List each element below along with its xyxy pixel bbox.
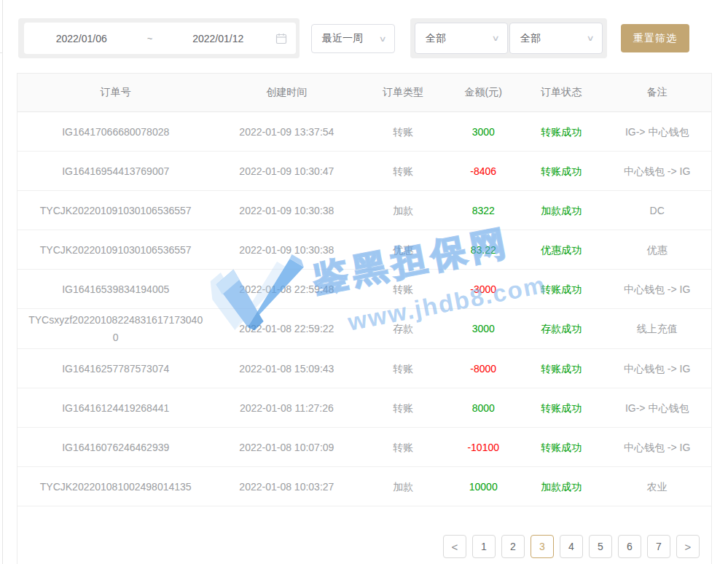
table-body: IG16417066680078028 2022-01-09 13:37:54 … xyxy=(17,112,711,506)
preset-select-value: 最近一周 xyxy=(322,32,363,45)
filter-bar: 2022/01/06 ~ 2022/01/12 最近一周 ∨ 全部 ∨ 全部 ∨… xyxy=(0,0,728,73)
cell-order-type: 加款 xyxy=(359,202,447,219)
cell-order-status: 优惠成功 xyxy=(520,241,603,259)
pagination-page-7[interactable]: 7 xyxy=(647,535,670,558)
cell-created-time: 2022-01-08 22:59:22 xyxy=(214,320,359,337)
chevron-down-icon: ∨ xyxy=(378,34,386,44)
cell-order-type: 转账 xyxy=(359,123,447,141)
chevron-down-icon: ∨ xyxy=(491,34,499,43)
pagination-page-6[interactable]: 6 xyxy=(618,535,641,558)
cell-order-no: TYCJK202201091030106536557 xyxy=(17,241,214,259)
cell-order-status: 转账成功 xyxy=(520,281,603,298)
orders-table-card: 订单号 创建时间 订单类型 金额(元) 订单状态 备注 IG1641706668… xyxy=(17,73,712,564)
date-end-input[interactable]: 2022/01/12 xyxy=(161,33,276,44)
cell-order-type: 优惠 xyxy=(359,241,447,259)
pagination-page-1[interactable]: 1 xyxy=(472,535,496,558)
cell-created-time: 2022-01-09 13:37:54 xyxy=(214,123,359,141)
pagination-prev-button[interactable]: < xyxy=(443,535,466,558)
cell-order-no: IG16417066680078028 xyxy=(17,123,214,141)
cell-amount: -8406 xyxy=(447,162,520,180)
cell-order-type: 转账 xyxy=(359,162,447,180)
cell-order-type: 转账 xyxy=(359,439,447,456)
cell-created-time: 2022-01-09 10:30:38 xyxy=(214,241,359,259)
table-row: IG16416539834194005 2022-01-08 22:59:48 … xyxy=(17,270,711,309)
order-status-select[interactable]: 全部 ∨ xyxy=(509,23,603,54)
cell-amount: -8000 xyxy=(447,360,520,377)
date-range-picker[interactable]: 2022/01/06 ~ 2022/01/12 xyxy=(24,23,296,54)
cell-order-status: 转账成功 xyxy=(520,360,603,377)
cell-remark: 中心钱包 -> IG xyxy=(603,281,711,298)
cell-order-no: TYCsxyzf202201082248316171730400 xyxy=(17,311,214,346)
cell-order-status: 转账成功 xyxy=(520,399,603,417)
header-created-time: 创建时间 xyxy=(214,86,359,99)
header-order-type: 订单类型 xyxy=(359,86,447,99)
date-start-input[interactable]: 2022/01/06 xyxy=(24,33,139,44)
order-type-select[interactable]: 全部 ∨ xyxy=(415,23,508,54)
cell-created-time: 2022-01-08 10:07:09 xyxy=(214,439,359,456)
cell-remark: IG-> 中心钱包 xyxy=(603,399,711,417)
cell-order-status: 转账成功 xyxy=(520,439,603,456)
cell-order-status: 存款成功 xyxy=(520,320,603,337)
order-type-select-value: 全部 xyxy=(426,32,446,45)
table-row: TYCJK202201091030106536557 2022-01-09 10… xyxy=(17,230,711,270)
pagination-page-2[interactable]: 2 xyxy=(501,535,525,558)
pagination-page-3[interactable]: 3 xyxy=(531,535,554,558)
cell-order-no: IG16416124419268441 xyxy=(17,399,214,417)
cell-order-no: IG16416539834194005 xyxy=(17,281,214,298)
cell-remark: DC xyxy=(603,202,711,219)
cell-remark: 优惠 xyxy=(603,241,711,259)
cell-order-type: 转账 xyxy=(359,399,447,417)
cell-order-status: 转账成功 xyxy=(520,162,603,180)
table-row: TYCJK202201081002498014135 2022-01-08 10… xyxy=(17,467,711,506)
table-row: TYCJK202201091030106536557 2022-01-09 10… xyxy=(17,191,711,230)
table-row: IG16416257787573074 2022-01-08 15:09:43 … xyxy=(17,349,711,388)
cell-order-no: TYCJK202201091030106536557 xyxy=(17,202,214,219)
date-range-group: 2022/01/06 ~ 2022/01/12 xyxy=(18,18,300,58)
cell-created-time: 2022-01-09 10:30:38 xyxy=(214,202,359,219)
pagination-page-4[interactable]: 4 xyxy=(560,535,583,558)
cell-created-time: 2022-01-08 15:09:43 xyxy=(214,360,359,377)
date-range-preset-select[interactable]: 最近一周 ∨ xyxy=(311,24,395,53)
page-left-divider xyxy=(2,0,3,564)
cell-order-status: 加款成功 xyxy=(520,202,603,219)
cell-order-type: 加款 xyxy=(359,478,447,496)
cell-remark: 农业 xyxy=(603,478,711,496)
cell-amount: 3000 xyxy=(447,320,520,337)
cell-order-type: 转账 xyxy=(359,281,447,298)
chevron-down-icon: ∨ xyxy=(586,34,594,43)
cell-created-time: 2022-01-08 11:27:26 xyxy=(214,399,359,417)
cell-order-no: TYCJK202201081002498014135 xyxy=(17,478,214,496)
cell-order-no: IG16416257787573074 xyxy=(17,360,214,377)
calendar-icon xyxy=(275,33,287,44)
table-row: IG16416076246462939 2022-01-08 10:07:09 … xyxy=(17,428,711,467)
cell-created-time: 2022-01-08 10:03:27 xyxy=(214,478,359,496)
pagination-page-5[interactable]: 5 xyxy=(589,535,612,558)
order-status-select-value: 全部 xyxy=(520,32,541,45)
cell-amount: 8000 xyxy=(447,399,520,417)
category-filter-group: 全部 ∨ 全部 ∨ xyxy=(410,18,607,58)
cell-order-no: IG16416954413769007 xyxy=(17,162,214,180)
cell-order-type: 存款 xyxy=(359,320,447,337)
cell-created-time: 2022-01-09 10:30:47 xyxy=(214,162,359,180)
cell-remark: 中心钱包 -> IG xyxy=(603,162,711,180)
cell-amount: 8322 xyxy=(447,202,520,219)
cell-remark: 中心钱包 -> IG xyxy=(603,439,711,456)
table-row: IG16416954413769007 2022-01-09 10:30:47 … xyxy=(17,152,711,191)
reset-filters-button[interactable]: 重置筛选 xyxy=(621,24,689,52)
cell-order-no: IG16416076246462939 xyxy=(17,439,214,456)
cell-created-time: 2022-01-08 22:59:48 xyxy=(214,281,359,298)
table-row: IG16416124419268441 2022-01-08 11:27:26 … xyxy=(17,388,711,428)
header-order-no: 订单号 xyxy=(17,86,214,99)
cell-remark: 中心钱包 -> IG xyxy=(603,360,711,377)
pagination-next-button[interactable]: > xyxy=(676,535,700,558)
cell-amount: -10100 xyxy=(447,439,520,456)
cell-order-status: 转账成功 xyxy=(520,123,603,141)
cell-order-status: 加款成功 xyxy=(520,478,603,496)
header-amount: 金额(元) xyxy=(447,86,520,99)
table-header-row: 订单号 创建时间 订单类型 金额(元) 订单状态 备注 xyxy=(17,74,711,112)
header-remark: 备注 xyxy=(603,86,711,99)
cell-amount: 10000 xyxy=(447,478,520,496)
table-row: TYCsxyzf202201082248316171730400 2022-01… xyxy=(17,309,711,349)
cell-order-type: 转账 xyxy=(359,360,447,377)
cell-remark: IG-> 中心钱包 xyxy=(603,123,711,141)
